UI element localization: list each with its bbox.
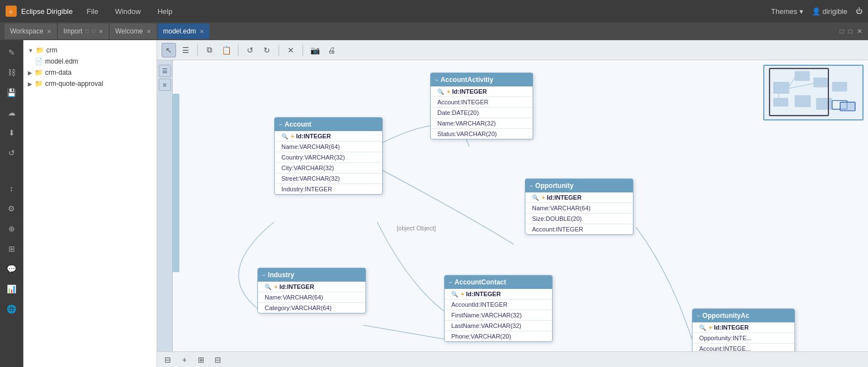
svg-rect-5 (832, 82, 847, 91)
zoom-out-right-btn[interactable]: ⊟ (212, 354, 224, 366)
tool-undo-btn[interactable]: ↺ (243, 43, 257, 57)
tab-max-btn[interactable]: □ (847, 26, 854, 36)
strip-icon-1[interactable]: ☰ (159, 65, 171, 77)
tool-redo-btn[interactable]: ↻ (260, 43, 274, 57)
canvas[interactable]: ☰ ≡ − AccountActivitiy 🔍 + Id:INTEGER Ac… (157, 60, 868, 367)
row-ind-category: Category:VARCHAR(64) (258, 303, 365, 313)
crm-quote-expand-icon[interactable]: ▶ (28, 81, 32, 87)
svg-rect-4 (813, 78, 828, 87)
tab-workspace-close[interactable]: ✕ (47, 28, 51, 35)
tab-model-edm[interactable]: model.edm ✕ (158, 23, 209, 39)
search-icon-oa: 🔍 (699, 325, 706, 331)
crm-folder-icon: 📁 (36, 46, 44, 54)
svg-text:⊙: ⊙ (9, 9, 13, 15)
sidebar-globe-icon[interactable]: 🌐 (4, 301, 19, 317)
sidebar-new-icon[interactable]: ✎ (4, 45, 19, 60)
search-icon-ind: 🔍 (265, 284, 271, 290)
tree-item-crm-data[interactable]: ▶ 📁 crm-data (23, 67, 157, 78)
tool-pointer-btn[interactable]: ↖ (162, 43, 176, 57)
app-logo-icon: ⊙ (6, 6, 17, 17)
tab-actions: □ □ ✕ (839, 26, 864, 36)
collapse-btn[interactable]: − (435, 77, 438, 83)
menu-file[interactable]: File (84, 7, 101, 16)
row-opp-account: Account:INTEGER (525, 224, 633, 234)
tree-item-crm[interactable]: ▼ 📁 crm (23, 45, 157, 56)
row-aa-account: Account:INTEGER (431, 97, 533, 108)
sidebar-nav1-icon[interactable]: ↕ (4, 181, 19, 196)
tab-restore-btn[interactable]: □ (839, 26, 845, 36)
tool-paste-btn[interactable]: 📋 (219, 43, 233, 57)
search-icon-opp: 🔍 (532, 195, 539, 201)
tool-copy-btn[interactable]: ⧉ (202, 43, 217, 57)
row-opp-id: 🔍 + Id:INTEGER (525, 192, 633, 203)
tab-model-edm-close[interactable]: ✕ (199, 28, 204, 35)
tab-import-close[interactable]: ✕ (99, 28, 103, 35)
table-industry[interactable]: − Industry 🔍 + Id:INTEGER Name:VARCHAR(6… (257, 268, 366, 313)
zoom-in-btn[interactable]: + (178, 354, 191, 366)
row-opp-size: Size:DOUBLE(20) (525, 214, 633, 224)
tool-list-btn[interactable]: ☰ (178, 43, 193, 57)
crm-label: crm (46, 46, 57, 54)
user-button[interactable]: 👤 dirigible (812, 7, 847, 16)
tab-workspace[interactable]: Workspace ✕ (4, 23, 57, 39)
table-account-contact[interactable]: − AccountContact 🔍 + Id:INTEGER AccountI… (444, 275, 553, 342)
zoom-fit-btn[interactable]: ⊟ (162, 354, 174, 366)
sidebar-refresh-icon[interactable]: ↺ (4, 145, 19, 161)
row-acc-country: Country:VARCHAR(32) (275, 152, 382, 163)
sidebar-layers-icon[interactable]: ⊕ (4, 221, 19, 236)
sidebar-chart-icon[interactable]: 📊 (4, 281, 19, 297)
tab-welcome[interactable]: Welcome ✕ (110, 23, 157, 39)
svg-line-10 (789, 78, 795, 86)
tab-close-btn[interactable]: ✕ (856, 26, 864, 36)
menu-help[interactable]: Help (155, 7, 175, 16)
table-account-activity[interactable]: − AccountActivitiy 🔍 + Id:INTEGER Accoun… (430, 73, 533, 139)
svg-rect-7 (794, 95, 811, 107)
toolbar-area: ↖ ☰ ⧉ 📋 ↺ ↻ ✕ 📷 🖨 (157, 40, 868, 367)
row-acc-industry: Industry:INTEGER (275, 184, 382, 194)
table-opportunity-header: − Opportunity (525, 179, 633, 192)
collapse-btn-opp[interactable]: − (530, 183, 533, 189)
table-industry-name: Industry (268, 271, 294, 279)
toolbar: ↖ ☰ ⧉ 📋 ↺ ↻ ✕ 📷 🖨 (157, 40, 868, 60)
tab-welcome-close[interactable]: ✕ (147, 28, 151, 35)
tree-item-model-edm[interactable]: 📄 model.edm (23, 56, 157, 67)
row-ac-firstname: FirstName:VARCHAR(32) (445, 310, 552, 321)
table-account[interactable]: − Account 🔍 + Id:INTEGER Name:VARCHAR(64… (274, 117, 383, 195)
collapse-btn-ind[interactable]: − (262, 272, 266, 278)
row-opp-name: Name:VARCHAR(64) (525, 203, 633, 214)
sidebar-save-icon[interactable]: 💾 (4, 85, 19, 100)
tree-item-crm-quote[interactable]: ▶ 📁 crm-quote-approval (23, 78, 157, 89)
minimap-svg (764, 66, 862, 119)
table-opportunity-activity[interactable]: − OpportunityAc 🔍 + Id:INTEGER Opportuni… (692, 308, 795, 354)
menu-window[interactable]: Window (112, 7, 143, 16)
sidebar-tree-icon[interactable]: ⊞ (4, 241, 19, 257)
row-acc-city: City:VARCHAR(32) (275, 163, 382, 173)
sidebar-download-icon[interactable]: ⬇ (4, 125, 19, 141)
sidebar-chat-icon[interactable]: 💬 (4, 261, 19, 277)
collapse-btn-ac[interactable]: − (449, 279, 452, 286)
tool-camera-btn[interactable]: 📷 (308, 43, 322, 57)
sidebar-link-icon[interactable]: ⛓ (4, 65, 19, 80)
table-opportunity-name: Opportunity (535, 182, 574, 190)
sidebar-nav2-icon[interactable]: ⚙ (4, 201, 19, 216)
row-ac-id: 🔍 + Id:INTEGER (445, 289, 552, 300)
main-area: ✎ ⛓ 💾 ☁ ⬇ ↺ ↕ ⚙ ⊕ ⊞ 💬 📊 🌐 ▼ 📁 crm 📄 mode… (0, 40, 868, 367)
power-button[interactable]: ⏻ (856, 7, 862, 15)
row-aa-id: 🔍 + Id:INTEGER (431, 86, 533, 97)
themes-button[interactable]: Themes ▾ (771, 7, 803, 16)
collapse-btn-acc[interactable]: − (279, 122, 282, 128)
sidebar-upload-icon[interactable]: ☁ (4, 105, 19, 120)
table-opportunity[interactable]: − Opportunity 🔍 + Id:INTEGER Name:VARCHA… (525, 178, 633, 235)
crm-expand-icon[interactable]: ▼ (28, 47, 33, 54)
svg-rect-6 (773, 98, 788, 107)
zoom-out-left-btn[interactable]: ⊞ (195, 354, 207, 366)
tool-print-btn[interactable]: 🖨 (324, 43, 339, 57)
bottom-bar: ⊟ + ⊞ ⊟ (157, 351, 868, 367)
tab-import[interactable]: Import □ □ ✕ (58, 23, 109, 39)
tool-delete-btn[interactable]: ✕ (284, 43, 298, 57)
collapse-btn-oa[interactable]: − (697, 313, 700, 319)
row-ac-phone: Phone:VARCHAR(20) (445, 331, 552, 341)
sidebar: ✎ ⛓ 💾 ☁ ⬇ ↺ ↕ ⚙ ⊕ ⊞ 💬 📊 🌐 (0, 40, 23, 367)
crm-data-expand-icon[interactable]: ▶ (28, 70, 32, 76)
strip-icon-2[interactable]: ≡ (159, 79, 171, 91)
